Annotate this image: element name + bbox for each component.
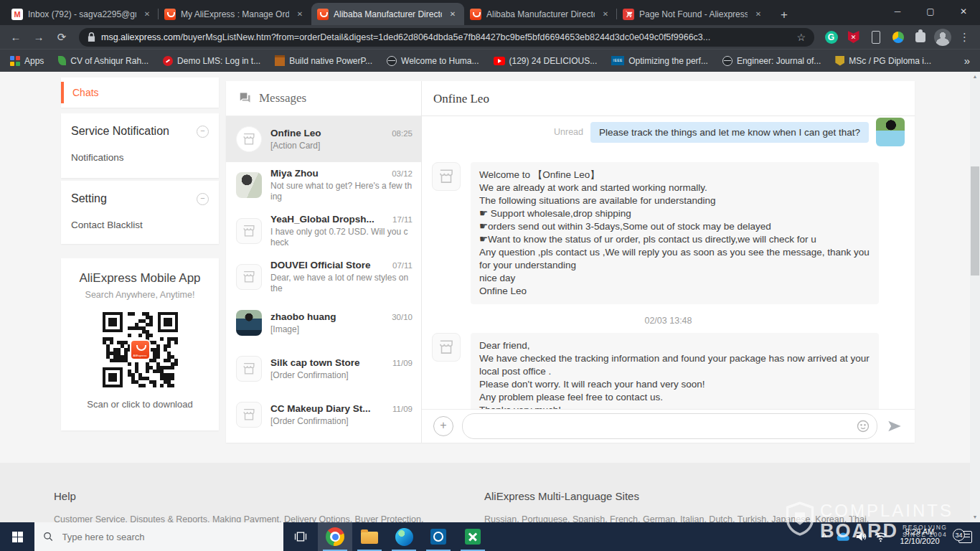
bookmark-msc-diploma[interactable]: MSc / PG Diploma i... bbox=[835, 56, 931, 66]
new-tab-button[interactable]: + bbox=[774, 5, 794, 25]
reload-button[interactable]: ⟳ bbox=[52, 31, 72, 44]
collapse-icon[interactable]: − bbox=[197, 126, 209, 138]
building-icon bbox=[275, 55, 285, 66]
conversation-douvei[interactable]: DOUVEI Official Store07/11 Dear, we have… bbox=[226, 254, 421, 300]
tab-close-icon[interactable]: ✕ bbox=[600, 9, 611, 20]
incoming-message-bubble: Dear friend, We have checked the trackin… bbox=[471, 333, 879, 409]
minimize-button[interactable]: ─ bbox=[881, 0, 914, 25]
qr-finder-icon bbox=[158, 312, 178, 332]
action-center-button[interactable]: 34 bbox=[950, 531, 980, 543]
store-avatar-icon bbox=[236, 218, 262, 244]
store-avatar-icon bbox=[236, 264, 262, 290]
address-bar[interactable]: msg.aliexpress.com/buyerMsgListNew.htm?f… bbox=[79, 28, 814, 47]
task-view-button[interactable] bbox=[283, 522, 318, 551]
conversation-name: CC Makeup Diary St... bbox=[270, 403, 371, 414]
conversation-silk-cap-town[interactable]: Silk cap town Store11/09 [Order Confirma… bbox=[226, 346, 421, 392]
colorful-extension-icon[interactable] bbox=[888, 32, 908, 43]
taskbar-search-box[interactable] bbox=[34, 522, 283, 551]
lms-icon bbox=[163, 56, 173, 66]
watermark-line1: COMPLAINTS bbox=[820, 501, 953, 521]
taskbar-chrome-button[interactable] bbox=[318, 522, 352, 551]
bookmark-engineer-journal[interactable]: Engineer: Journal of... bbox=[722, 56, 821, 66]
scrollbar-thumb[interactable] bbox=[971, 166, 979, 276]
messages-title: Messages bbox=[259, 91, 306, 105]
scroll-down-icon[interactable]: ▼ bbox=[970, 512, 980, 522]
bookmark-welcome-huma[interactable]: Welcome to Huma... bbox=[387, 56, 479, 66]
tab-alibaba-directory-2[interactable]: Alibaba Manufacturer Director ✕ bbox=[464, 3, 617, 25]
sidebar-item-contact-blacklist[interactable]: Contact Blacklist bbox=[61, 205, 219, 230]
tab-page-not-found[interactable]: Page Not Found - Aliexpress.c ✕ bbox=[617, 3, 770, 25]
bookmark-cv[interactable]: CV of Ashiqur Rah... bbox=[58, 56, 149, 66]
bookmark-demo-lms[interactable]: Demo LMS: Log in t... bbox=[163, 56, 260, 66]
bookmark-youtube[interactable]: (129) 24 DELICIOUS... bbox=[494, 56, 598, 66]
chrome-menu-icon[interactable]: ⋮ bbox=[955, 31, 974, 44]
conversation-preview: [Action Card] bbox=[270, 141, 413, 151]
grammarly-extension-icon[interactable]: G bbox=[821, 31, 841, 44]
tab-title: Inbox (792) - sagva2295@gma bbox=[28, 9, 136, 19]
conversation-preview: Not sure what to get? Here's a few thing bbox=[270, 181, 413, 202]
tab-close-icon[interactable]: ✕ bbox=[447, 9, 458, 20]
conversation-name: YeaH_Global Dropsh... bbox=[270, 214, 374, 225]
bookmark-apps[interactable]: Apps bbox=[10, 56, 44, 66]
conversation-time: 17/11 bbox=[392, 215, 413, 224]
maximize-button[interactable]: ▢ bbox=[914, 0, 947, 25]
conversation-cc-makeup-diary[interactable]: CC Makeup Diary St...11/09 [Order Confir… bbox=[226, 392, 421, 438]
forward-button[interactable]: → bbox=[29, 31, 49, 43]
conversation-time: 11/09 bbox=[392, 405, 413, 413]
conversation-onfine-leo[interactable]: Onfine Leo08:25 [Action Card] bbox=[226, 116, 421, 162]
message-input-wrapper bbox=[462, 413, 877, 439]
back-button[interactable]: ← bbox=[6, 31, 26, 43]
window-close-button[interactable]: ✕ bbox=[947, 0, 980, 25]
setting-title: Setting bbox=[71, 192, 107, 205]
tab-gmail-inbox[interactable]: M Inbox (792) - sagva2295@gma ✕ bbox=[6, 3, 159, 25]
browser-toolbar: ← → ⟳ msg.aliexpress.com/buyerMsgListNew… bbox=[0, 25, 980, 49]
message-timestamp: 02/03 13:48 bbox=[432, 316, 905, 326]
mobile-device-icon[interactable] bbox=[866, 31, 885, 44]
gmail-favicon-icon: M bbox=[11, 9, 23, 20]
medal-icon bbox=[835, 56, 844, 66]
start-button[interactable] bbox=[0, 522, 34, 551]
aliexpress-favicon-icon bbox=[317, 9, 329, 20]
scroll-up-icon[interactable]: ▲ bbox=[970, 72, 980, 82]
tab-alibaba-directory-active[interactable]: Alibaba Manufacturer Director ✕ bbox=[311, 3, 464, 25]
complaintsboard-watermark: COMPLAINTS BOARD RESOLVING SINCE 2004 bbox=[785, 501, 953, 541]
page-scrollbar[interactable]: ▲ ▼ bbox=[970, 72, 980, 522]
app-download-qr-code[interactable]: AliExpress bbox=[98, 308, 182, 392]
lock-icon bbox=[88, 32, 95, 42]
send-button[interactable] bbox=[886, 418, 903, 434]
attach-plus-button[interactable]: + bbox=[433, 416, 453, 436]
search-icon bbox=[43, 531, 54, 542]
extensions-puzzle-icon[interactable] bbox=[910, 32, 930, 42]
outlook-icon bbox=[430, 529, 446, 545]
taskbar-file-explorer-button[interactable] bbox=[352, 522, 387, 551]
tab-my-aliexpress-orders[interactable]: My AliExpress : Manage Order ✕ bbox=[159, 3, 311, 25]
url-text: msg.aliexpress.com/buyerMsgListNew.htm?f… bbox=[101, 32, 791, 42]
sidebar-item-chats[interactable]: Chats bbox=[61, 77, 219, 108]
tab-close-icon[interactable]: ✕ bbox=[753, 9, 764, 20]
bookmark-star-icon[interactable]: ☆ bbox=[796, 32, 806, 43]
taskbar-edge-button[interactable] bbox=[387, 522, 421, 551]
conversation-yeah-global[interactable]: YeaH_Global Dropsh...17/11 I have only g… bbox=[226, 208, 421, 254]
tab-close-icon[interactable]: ✕ bbox=[294, 9, 306, 20]
taskbar-search-input[interactable] bbox=[61, 531, 275, 543]
taskbar-outlook-button[interactable] bbox=[421, 522, 456, 551]
bookmark-ieee[interactable]: IEEEOptimizing the perf... bbox=[611, 56, 708, 66]
setting-section: Setting − Contact Blacklist bbox=[61, 181, 219, 244]
conversation-miya-zhou[interactable]: Miya Zhou03/12 Not sure what to get? Her… bbox=[226, 162, 421, 208]
footer-help-column: Help Customer Service, Disputes & Report… bbox=[54, 490, 423, 524]
emoji-smiley-icon[interactable] bbox=[856, 419, 870, 433]
tab-close-icon[interactable]: ✕ bbox=[141, 9, 153, 20]
bookmark-powerapps[interactable]: Build native PowerP... bbox=[275, 55, 372, 66]
chats-label: Chats bbox=[72, 87, 99, 98]
messages-icon bbox=[237, 91, 252, 105]
mcafee-extension-icon[interactable]: ✕ bbox=[844, 31, 863, 43]
collapse-icon[interactable]: − bbox=[197, 193, 209, 205]
conversation-zhaobo-huang[interactable]: zhaobo huang30/10 [Image] bbox=[226, 300, 421, 346]
sidebar-item-notifications[interactable]: Notifications bbox=[61, 138, 219, 163]
message-input[interactable] bbox=[463, 414, 877, 438]
profile-avatar[interactable] bbox=[933, 29, 952, 46]
conversation-name: zhaobo huang bbox=[270, 311, 336, 322]
conversation-time: 08:25 bbox=[392, 129, 413, 138]
bookmarks-overflow-chevron[interactable]: » bbox=[964, 55, 970, 67]
taskbar-excel-button[interactable] bbox=[456, 522, 490, 551]
